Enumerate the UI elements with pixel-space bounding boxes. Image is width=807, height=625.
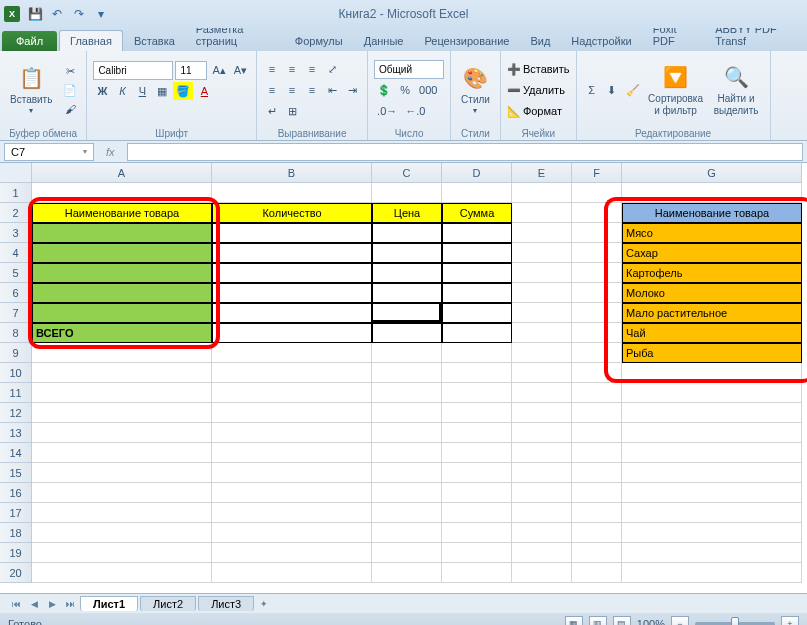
table1-qty-row6[interactable]	[212, 283, 372, 303]
cell-F4[interactable]	[572, 243, 622, 263]
increase-font-icon[interactable]: A▴	[209, 61, 228, 79]
cell-A14[interactable]	[32, 443, 212, 463]
align-bottom-icon[interactable]: ≡	[303, 60, 321, 78]
table2-header[interactable]: Наименование товара	[622, 203, 802, 223]
align-left-icon[interactable]: ≡	[263, 81, 281, 99]
align-center-icon[interactable]: ≡	[283, 81, 301, 99]
col-header-F[interactable]: F	[572, 163, 622, 183]
cell-C9[interactable]	[372, 343, 442, 363]
table1-header-sum[interactable]: Сумма	[442, 203, 512, 223]
cell-F5[interactable]	[572, 263, 622, 283]
col-header-C[interactable]: C	[372, 163, 442, 183]
merge-center-icon[interactable]: ⊞	[283, 102, 301, 120]
cell-C20[interactable]	[372, 563, 442, 583]
cell-E4[interactable]	[512, 243, 572, 263]
cell-D14[interactable]	[442, 443, 512, 463]
styles-button[interactable]: 🎨 Стили ▾	[457, 62, 494, 118]
table1-qty-row4[interactable]	[212, 243, 372, 263]
cell-F9[interactable]	[572, 343, 622, 363]
sheet-nav-prev-icon[interactable]: ◀	[26, 596, 42, 612]
table1-sum-row3[interactable]	[442, 223, 512, 243]
decrease-decimal-icon[interactable]: ←.0	[402, 102, 428, 120]
cell-C12[interactable]	[372, 403, 442, 423]
cell-E19[interactable]	[512, 543, 572, 563]
cut-icon[interactable]: ✂	[60, 62, 80, 80]
cell-C16[interactable]	[372, 483, 442, 503]
cell-B1[interactable]	[212, 183, 372, 203]
cell-E2[interactable]	[512, 203, 572, 223]
increase-indent-icon[interactable]: ⇥	[343, 81, 361, 99]
row-header-16[interactable]: 16	[0, 483, 32, 503]
cell-C11[interactable]	[372, 383, 442, 403]
copy-icon[interactable]: 📄	[60, 81, 80, 99]
tab-view[interactable]: Вид	[520, 31, 560, 51]
comma-icon[interactable]: 000	[416, 81, 440, 99]
cell-C10[interactable]	[372, 363, 442, 383]
table1-price-row3[interactable]	[372, 223, 442, 243]
col-header-D[interactable]: D	[442, 163, 512, 183]
cell-E20[interactable]	[512, 563, 572, 583]
cell-F20[interactable]	[572, 563, 622, 583]
table1-sum-row5[interactable]	[442, 263, 512, 283]
table2-item-4[interactable]: Мало растительное	[622, 303, 802, 323]
cell-A1[interactable]	[32, 183, 212, 203]
border-icon[interactable]: ▦	[153, 82, 171, 100]
tab-addins[interactable]: Надстройки	[561, 31, 641, 51]
cell-F1[interactable]	[572, 183, 622, 203]
table1-price-row4[interactable]	[372, 243, 442, 263]
view-page-break-icon[interactable]: ▤	[613, 616, 631, 625]
cell-F7[interactable]	[572, 303, 622, 323]
cell-G13[interactable]	[622, 423, 802, 443]
cell-D17[interactable]	[442, 503, 512, 523]
cell-C17[interactable]	[372, 503, 442, 523]
cell-E12[interactable]	[512, 403, 572, 423]
cell-B17[interactable]	[212, 503, 372, 523]
cell-A10[interactable]	[32, 363, 212, 383]
col-header-A[interactable]: A	[32, 163, 212, 183]
format-cells-button[interactable]: 📐 Формат	[507, 101, 570, 121]
cell-C15[interactable]	[372, 463, 442, 483]
cell-A19[interactable]	[32, 543, 212, 563]
cell-G15[interactable]	[622, 463, 802, 483]
cell-B18[interactable]	[212, 523, 372, 543]
cell-G20[interactable]	[622, 563, 802, 583]
table1-header-qty[interactable]: Количество	[212, 203, 372, 223]
cell-F14[interactable]	[572, 443, 622, 463]
increase-decimal-icon[interactable]: .0→	[374, 102, 400, 120]
cell-F16[interactable]	[572, 483, 622, 503]
table1-price-row6[interactable]	[372, 283, 442, 303]
row-header-2[interactable]: 2	[0, 203, 32, 223]
cell-F18[interactable]	[572, 523, 622, 543]
autosum-icon[interactable]: Σ	[583, 81, 601, 99]
table1-name-row4[interactable]	[32, 243, 212, 263]
table2-item-2[interactable]: Картофель	[622, 263, 802, 283]
cell-D11[interactable]	[442, 383, 512, 403]
row-header-5[interactable]: 5	[0, 263, 32, 283]
cell-E5[interactable]	[512, 263, 572, 283]
table1-sum-row6[interactable]	[442, 283, 512, 303]
cell-G1[interactable]	[622, 183, 802, 203]
tab-review[interactable]: Рецензирование	[414, 31, 519, 51]
table1-name-row6[interactable]	[32, 283, 212, 303]
cell-E8[interactable]	[512, 323, 572, 343]
cell-G19[interactable]	[622, 543, 802, 563]
number-format-select[interactable]	[374, 60, 444, 79]
cell-C19[interactable]	[372, 543, 442, 563]
cell-B15[interactable]	[212, 463, 372, 483]
cell-B16[interactable]	[212, 483, 372, 503]
cell-E11[interactable]	[512, 383, 572, 403]
cell-E13[interactable]	[512, 423, 572, 443]
sheet-tab-1[interactable]: Лист1	[80, 596, 138, 611]
cell-A15[interactable]	[32, 463, 212, 483]
row-header-12[interactable]: 12	[0, 403, 32, 423]
tab-insert[interactable]: Вставка	[124, 31, 185, 51]
cell-D1[interactable]	[442, 183, 512, 203]
zoom-level[interactable]: 100%	[637, 618, 665, 625]
cell-A12[interactable]	[32, 403, 212, 423]
cell-A17[interactable]	[32, 503, 212, 523]
worksheet-grid[interactable]: ABCDEFG 1234567891011121314151617181920 …	[0, 163, 807, 593]
table1-sum-row4[interactable]	[442, 243, 512, 263]
cell-C1[interactable]	[372, 183, 442, 203]
tab-formulas[interactable]: Формулы	[285, 31, 353, 51]
row-header-3[interactable]: 3	[0, 223, 32, 243]
